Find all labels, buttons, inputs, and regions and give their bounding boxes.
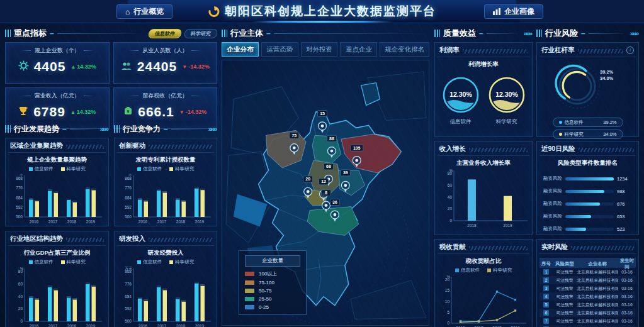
leverage-donut-chart: 39.2%34.0%信息软件39.2%科学研究34.0%: [539, 57, 636, 139]
kpi-delta: ▼-14.32%: [179, 109, 206, 115]
hatch-decoration: [579, 148, 634, 152]
svg-text:776: 776: [125, 186, 132, 190]
dash-decoration: –: [266, 29, 271, 38]
map-legend: 企业数量 100以上75-10050-7525-500-25: [239, 250, 307, 315]
svg-text:5: 5: [447, 310, 449, 314]
svg-text:2016: 2016: [138, 219, 148, 224]
svg-text:2019: 2019: [195, 219, 205, 224]
dash-decoration: –: [164, 125, 168, 133]
expand-arrows-icon[interactable]: »»»: [100, 125, 109, 133]
chart-title: 税收贡献占比: [438, 257, 529, 265]
district-map-panel: 15758810568392012836 企业数量 100以上75-10050-…: [222, 60, 429, 326]
expand-arrows-icon[interactable]: »»»: [630, 30, 639, 37]
svg-text:684: 684: [16, 196, 23, 200]
table-row[interactable]: 3司法预警北京启航卓越科技有限公司03-16: [539, 284, 636, 292]
panel-title: 税收贡献: [439, 243, 466, 252]
panel-title: 行业地区结构趋势: [10, 235, 63, 243]
svg-text:2018: 2018: [67, 324, 77, 327]
svg-text:8: 8: [325, 191, 327, 195]
svg-text:592: 592: [125, 205, 132, 209]
nav-enterprise-portrait[interactable]: 企业画像: [484, 4, 543, 19]
tax-line-chart: 信息软件科学研究05101520%2016201720182019: [438, 267, 529, 327]
svg-text:684: 684: [125, 196, 132, 200]
svg-text:0: 0: [20, 319, 23, 323]
up-arrow-icon: ▲: [71, 64, 76, 70]
panel-profit-rate: 利润率 利润增长率 12.30%信息软件12.30%科学研究: [434, 42, 533, 137]
svg-text:2017: 2017: [157, 324, 167, 327]
panel-tax-contribution: 税收贡献 税收贡献占比 信息软件科学研究05101520%20162017201…: [434, 239, 533, 327]
hatch-decoration: [66, 238, 104, 242]
svg-text:34.0%: 34.0%: [600, 75, 614, 81]
section-marker-icon: [434, 30, 440, 37]
filter-science-research[interactable]: 科学研究: [184, 29, 218, 38]
gdp-bar-chart: 信息软件科学研究020406080%2016201720182019: [8, 259, 106, 327]
app-logo-icon: [208, 6, 220, 18]
divider-line: [274, 33, 429, 34]
svg-text:2016: 2016: [30, 324, 39, 327]
risk-bar-row: 融资风险988: [542, 185, 633, 197]
svg-text:592: 592: [125, 306, 132, 311]
svg-text:个: 个: [19, 174, 23, 177]
svg-text:36: 36: [332, 200, 337, 204]
tab-1[interactable]: 企业分布: [222, 42, 259, 57]
section-title-kpi: 重点指标: [14, 28, 47, 39]
svg-text:10: 10: [445, 299, 450, 304]
svg-text:¥: ¥: [127, 109, 130, 113]
svg-text:2018: 2018: [176, 219, 186, 224]
barchart-icon: [493, 8, 500, 15]
panel-title: 近90日风险: [541, 145, 575, 153]
tab-3[interactable]: 对外投资: [301, 42, 338, 57]
kpi-card: 从业人员数（人） 24405 ▼-14.32%: [113, 42, 218, 84]
map-legend-row: 75-100: [245, 280, 300, 285]
svg-text:75: 75: [291, 133, 297, 138]
svg-text:20: 20: [448, 206, 453, 211]
chart-title: 发明专利累计授权数量: [117, 156, 214, 164]
table-row[interactable]: 2司法预警北京启航卓越科技有限公司03-16: [539, 276, 636, 284]
svg-text:40: 40: [448, 195, 453, 199]
rd-bar-chart: 信息软件科学研究500592684776868万元201620172018201…: [117, 259, 214, 327]
table-row[interactable]: 5司法预警北京启航卓越科技有限公司03-16: [539, 301, 636, 309]
panel-innovation: 创新驱动 发明专利累计授权数量 信息软件科学研究500592684776868个…: [114, 138, 217, 226]
expand-arrows-icon[interactable]: »»»: [208, 125, 217, 133]
svg-text:40: 40: [18, 294, 23, 299]
gauge-科学研究: 12.30%科学研究: [488, 76, 526, 126]
down-arrow-icon: ▼: [182, 64, 187, 70]
svg-text:个: 个: [128, 174, 132, 177]
dash-decoration: –: [479, 29, 483, 38]
kpi-value: 666.1: [138, 104, 174, 119]
dash-decoration: –: [50, 29, 54, 38]
map-legend-row: 25-50: [245, 296, 300, 302]
table-row[interactable]: 7司法预警北京启航卓越科技有限公司03-16: [539, 317, 636, 325]
panel-region-structure: 行业地区结构趋势 行业GDP占第三产业比例 信息软件科学研究020406080%…: [5, 231, 109, 327]
kpi-value: 24405: [137, 59, 177, 74]
svg-text:776: 776: [125, 282, 132, 286]
tab-2[interactable]: 运营态势: [261, 42, 298, 57]
filter-info-software[interactable]: 信息软件: [148, 29, 183, 38]
hatch-decoration: [469, 246, 528, 250]
svg-text:39: 39: [343, 170, 348, 175]
table-row[interactable]: 6司法预警北京启航卓越科技有限公司03-16: [539, 309, 636, 317]
risk-bar-row: 融资风险653: [542, 210, 633, 223]
tab-5[interactable]: 规企变化排名: [380, 42, 429, 57]
svg-text:60: 60: [18, 282, 23, 286]
nav-industry-overview-label: 行业概览: [133, 6, 164, 17]
map-legend-row: 50-75: [245, 288, 300, 294]
panel-rd-investment: 研发投入 研发经费投入 信息软件科学研究500592684776868万元201…: [114, 231, 217, 327]
svg-text:%: %: [447, 275, 451, 279]
divider-line: [487, 33, 521, 34]
svg-text:2019: 2019: [86, 219, 96, 224]
tab-4[interactable]: 重点企业: [340, 42, 377, 57]
section-title-competitiveness: 行业竞争力: [123, 124, 161, 135]
nav-industry-overview[interactable]: ⌂ 行业概览: [116, 4, 172, 19]
hatch-decoration: [149, 145, 212, 149]
expand-arrows-icon[interactable]: »»»: [524, 30, 533, 37]
gear-icon: [18, 60, 29, 74]
risk-bar-row: 融资风险876: [542, 197, 633, 210]
svg-text:592: 592: [16, 205, 23, 209]
svg-text:2019: 2019: [195, 324, 205, 327]
risk-bar-row: 融资风险1234: [542, 172, 633, 185]
home-icon: ⌂: [125, 8, 130, 16]
table-row[interactable]: 4司法预警北京启航卓越科技有限公司03-16: [539, 292, 636, 301]
info-icon[interactable]: i: [626, 47, 634, 54]
divider-line: [57, 33, 145, 34]
